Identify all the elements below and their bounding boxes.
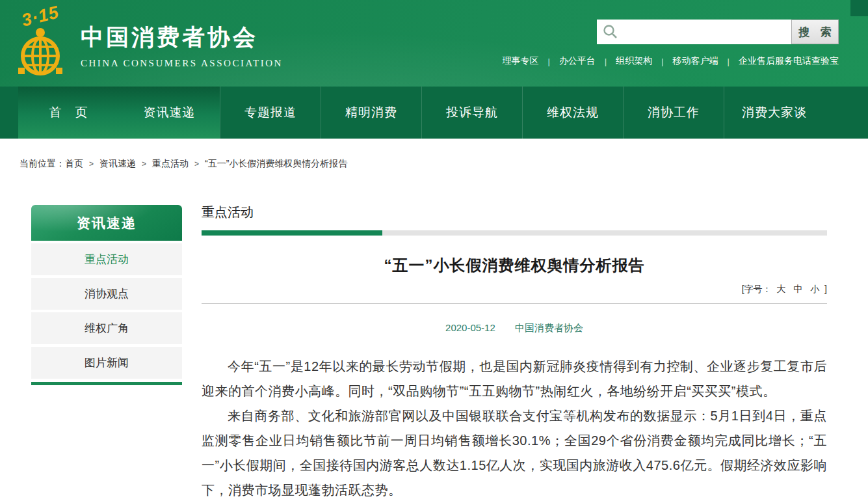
quick-link-separator: | bbox=[547, 57, 549, 66]
sidebar-title: 资讯速递 bbox=[31, 205, 182, 241]
nav-item-rights-laws[interactable]: 维权法规 bbox=[522, 87, 623, 139]
search-input-wrap bbox=[597, 20, 790, 44]
sidebar-item-photo-news[interactable]: 图片新闻 bbox=[31, 347, 182, 379]
article-paragraph: 来自商务部、文化和旅游部官网以及中国银联联合支付宝等机构发布的数据显示：5月1日… bbox=[202, 403, 827, 501]
nav-item-special-reports[interactable]: 专题报道 bbox=[220, 87, 321, 139]
sidebar: 资讯速递 重点活动 消协观点 维权广角 图片新闻 bbox=[31, 205, 182, 385]
site-header: 3·15 中国消费者协会 CHINA CONSUMERS ASSOCIATION bbox=[0, 0, 868, 87]
main-nav: 首 页 资讯速递 专题报道 精明消费 投诉导航 维权法规 消协工作 消费大家谈 bbox=[0, 87, 868, 139]
logo-315-text: 3·15 bbox=[20, 2, 61, 31]
sidebar-item-key-activities[interactable]: 重点活动 bbox=[31, 243, 182, 275]
site-title: 中国消费者协会 bbox=[81, 22, 283, 53]
sidebar-bottom-bar bbox=[31, 382, 182, 385]
section-underline bbox=[202, 230, 827, 236]
nav-item-smart-consumption[interactable]: 精明消费 bbox=[321, 87, 421, 139]
breadcrumb-current-page: “五一”小长假消费维权舆情分析报告 bbox=[205, 158, 347, 170]
nav-item-consumer-talk[interactable]: 消费大家谈 bbox=[724, 87, 824, 139]
section-title: 重点活动 bbox=[202, 204, 827, 221]
font-size-label-suffix: ] bbox=[824, 284, 827, 294]
quick-link-members[interactable]: 理事专区 bbox=[502, 55, 538, 67]
breadcrumb-news[interactable]: 资讯速递 bbox=[99, 158, 136, 170]
brand-text: 中国消费者协会 CHINA CONSUMERS ASSOCIATION bbox=[81, 13, 283, 69]
breadcrumb-key-activities[interactable]: 重点活动 bbox=[152, 158, 189, 170]
font-size-small[interactable]: 小 bbox=[810, 284, 819, 294]
breadcrumb-separator: > bbox=[142, 159, 146, 169]
article-meta: 2020-05-12 中国消费者协会 bbox=[202, 322, 827, 334]
main-content: 重点活动 “五一”小长假消费维权舆情分析报告 [字号： 大 中 小 ] 2020… bbox=[202, 204, 827, 501]
breadcrumb-separator: > bbox=[89, 159, 94, 169]
search-input[interactable] bbox=[597, 20, 790, 44]
sidebar-item-association-views[interactable]: 消协观点 bbox=[31, 278, 182, 310]
quick-link-separator: | bbox=[661, 57, 663, 66]
site-subtitle: CHINA CONSUMERS ASSOCIATION bbox=[81, 58, 283, 69]
search-button[interactable]: 搜 索 bbox=[791, 20, 839, 44]
breadcrumb: 当前位置： 首页 > 资讯速递 > 重点活动 > “五一”小长假消费维权舆情分析… bbox=[20, 158, 347, 170]
main-nav-inner: 首 页 资讯速递 专题报道 精明消费 投诉导航 维权法规 消协工作 消费大家谈 bbox=[0, 87, 868, 139]
nav-item-home[interactable]: 首 页 bbox=[18, 87, 119, 139]
search-bar: 搜 索 bbox=[597, 20, 839, 44]
article-source: 中国消费者协会 bbox=[515, 322, 583, 333]
breadcrumb-home[interactable]: 首页 bbox=[65, 158, 83, 170]
font-size-medium[interactable]: 中 bbox=[793, 284, 802, 294]
section-underline-accent bbox=[202, 230, 382, 236]
article-date: 2020-05-12 bbox=[445, 322, 495, 333]
article-paragraph: 今年“五一”是12年以来的最长劳动节假期，也是国内新冠肺炎疫情得到有力控制、企业… bbox=[202, 354, 827, 403]
nav-item-news[interactable]: 资讯速递 bbox=[119, 87, 220, 139]
globe-icon bbox=[10, 27, 70, 75]
quick-link-aftersales[interactable]: 企业售后服务电话查验宝 bbox=[739, 55, 839, 67]
nav-item-complaint-guide[interactable]: 投诉导航 bbox=[421, 87, 522, 139]
font-size-large[interactable]: 大 bbox=[776, 284, 785, 294]
corner-decoration bbox=[850, 0, 868, 16]
quick-link-office[interactable]: 办公平台 bbox=[559, 55, 596, 67]
article-body: 今年“五一”是12年以来的最长劳动节假期，也是国内新冠肺炎疫情得到有力控制、企业… bbox=[202, 354, 827, 501]
quick-link-structure[interactable]: 组织架构 bbox=[616, 55, 652, 67]
sidebar-item-rights-wide-angle[interactable]: 维权广角 bbox=[31, 312, 182, 344]
article-title: “五一”小长假消费维权舆情分析报告 bbox=[202, 255, 827, 276]
site-logo[interactable]: 3·15 中国消费者协会 CHINA CONSUMERS ASSOCIATION bbox=[10, 7, 283, 75]
header-quick-links: 理事专区 | 办公平台 | 组织架构 | 移动客户端 | 企业售后服务电话查验宝 bbox=[502, 55, 839, 67]
font-size-label: [字号： bbox=[742, 284, 772, 294]
breadcrumb-separator: > bbox=[194, 159, 199, 169]
quick-link-separator: | bbox=[605, 57, 607, 66]
title-divider bbox=[202, 303, 827, 304]
cca-logo-icon: 3·15 bbox=[10, 7, 70, 75]
breadcrumb-label: 当前位置： bbox=[20, 158, 65, 170]
nav-item-association-work[interactable]: 消协工作 bbox=[623, 87, 724, 139]
page: 3·15 中国消费者协会 CHINA CONSUMERS ASSOCIATION bbox=[0, 0, 868, 501]
font-size-widget: [字号： 大 中 小 ] bbox=[202, 284, 827, 295]
quick-link-separator: | bbox=[728, 57, 730, 66]
quick-link-mobile[interactable]: 移动客户端 bbox=[673, 55, 718, 67]
search-icon bbox=[603, 24, 618, 40]
